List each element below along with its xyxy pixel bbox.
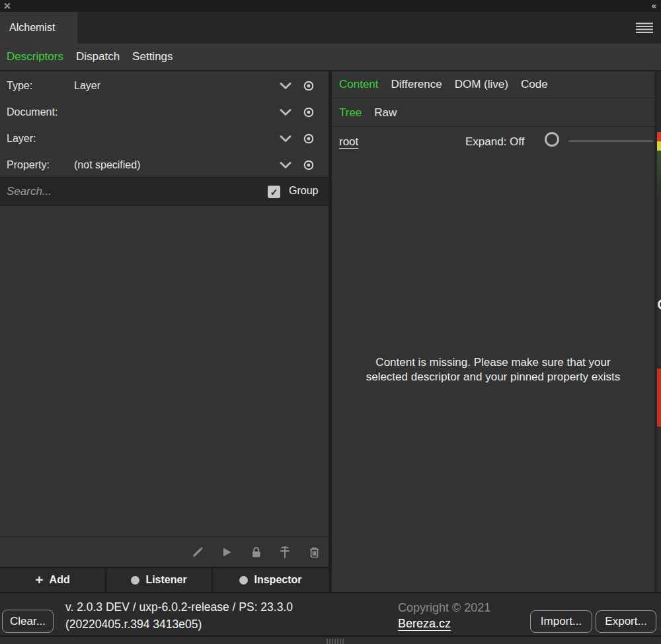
trash-icon[interactable] [307,545,321,559]
tree-path-row: root Expand: Off [332,127,654,159]
edge-circle-fragment [658,299,661,310]
inspector-button-label: Inspector [254,574,301,586]
filter-label: Property: [7,159,50,171]
bottom-resize-strip [0,635,661,644]
group-checkbox[interactable]: ✓ [268,186,280,198]
expand-level-label: Expand: Off [465,135,524,149]
tab-dom-live[interactable]: DOM (live) [455,78,508,91]
subtab-tree[interactable]: Tree [339,106,362,120]
pin-icon[interactable] [278,545,292,559]
import-button[interactable]: Import... [530,610,592,633]
edit-pencil-icon[interactable] [190,545,205,559]
tab-descriptors[interactable]: Descriptors [7,50,63,63]
group-checkbox-label: Group [289,185,318,197]
content-missing-message: Content is missing. Please make sure tha… [332,355,654,384]
actions-row: + Add Listener Inspector [0,567,329,592]
filter-label: Type: [7,80,32,92]
chevron-down-icon[interactable] [278,132,293,145]
lock-icon[interactable] [249,545,263,559]
filter-label: Document: [7,106,58,118]
filter-row-property: Property: (not specified) [0,152,329,178]
play-icon[interactable] [219,545,234,559]
eye-icon[interactable] [302,132,315,145]
plus-icon: + [35,574,43,586]
panel-tab-alchemist[interactable]: Alchemist [0,12,77,44]
subtab-raw[interactable]: Raw [374,106,397,120]
panel-tab-strip: Alchemist [0,12,661,44]
version-text: v. 2.0.3 DEV / uxp-6.0.2-release / PS: 2… [65,598,293,633]
screen-edge-sliver [657,71,661,635]
filter-row-layer: Layer: [0,125,329,152]
descriptors-filter-panel: Type: Layer Document: Layer: [0,71,329,592]
tab-settings[interactable]: Settings [132,50,173,63]
inspector-button[interactable]: Inspector [213,568,329,592]
copyright-text: Copyright © 2021 [398,601,490,615]
expand-slider-thumb[interactable] [545,132,559,147]
export-button[interactable]: Export... [596,610,656,633]
tab-difference[interactable]: Difference [391,78,442,91]
view-subtabs: Tree Raw [332,99,654,127]
filter-value-dropdown[interactable]: (not specified) [74,159,141,171]
add-button[interactable]: + Add [0,568,105,592]
search-row: ✓ Group [0,177,329,206]
chevron-down-icon[interactable] [278,106,293,119]
record-circle-icon [239,576,248,585]
chevron-down-icon[interactable] [278,159,293,172]
close-icon[interactable]: ✕ [3,0,11,12]
tab-content[interactable]: Content [339,78,379,91]
footer-bar: v. 2.0.3 DEV / uxp-6.0.2-release / PS: 2… [0,592,661,635]
alchemist-panel: ✕ « Alchemist Descriptors Dispatch Setti… [0,0,661,644]
panel-title: Alchemist [9,22,55,34]
expand-slider-track[interactable] [568,140,653,142]
add-button-label: Add [50,574,70,586]
main-tabs: Descriptors Dispatch Settings [0,44,661,71]
eye-icon[interactable] [302,79,315,92]
collapse-panel-icon[interactable]: « [652,0,656,11]
filter-value-dropdown[interactable]: Layer [74,80,100,92]
filter-label: Layer: [7,133,36,145]
chevron-down-icon[interactable] [278,79,293,92]
record-circle-icon [131,576,139,585]
eye-icon[interactable] [302,159,315,172]
breadcrumb-root-link[interactable]: root [339,135,358,149]
panel-menu-icon[interactable] [636,22,653,34]
listener-button-label: Listener [145,574,186,586]
content-panel: Content Difference DOM (live) Code Tree … [332,71,654,592]
filter-row-type: Type: Layer [0,73,329,99]
descriptor-toolbar [0,536,329,567]
listener-button[interactable]: Listener [106,568,212,592]
eye-icon[interactable] [302,106,315,119]
window-topbar: ✕ « [0,0,661,12]
search-input[interactable] [7,182,225,201]
content-tabs: Content Difference DOM (live) Code [332,71,654,98]
filter-row-document: Document: [0,99,329,125]
checkmark-icon: ✓ [270,187,278,197]
clear-button[interactable]: Clear... [2,610,54,633]
resize-grip-handle[interactable] [327,639,345,644]
tab-dispatch[interactable]: Dispatch [76,50,120,63]
bereza-link[interactable]: Bereza.cz [398,617,451,631]
tab-code[interactable]: Code [521,78,548,91]
